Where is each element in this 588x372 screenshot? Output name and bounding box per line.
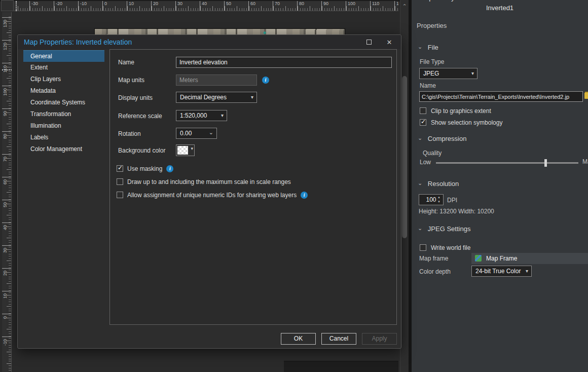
ruler-tick: 120	[2, 40, 12, 63]
map-units-input	[176, 75, 257, 86]
map-frame-label: Map frame	[419, 255, 448, 262]
ruler-tick: 130	[2, 17, 12, 40]
info-icon[interactable]	[262, 77, 269, 84]
map-frame-dropdown[interactable]: Map Frame	[471, 253, 588, 264]
dialog-titlebar: Map Properties: Inverted elevation ✕	[18, 35, 401, 49]
dpi-unit-label: DPI	[447, 197, 457, 204]
ruler-tick: 90	[321, 1, 346, 11]
ruler-tick: 70	[2, 154, 12, 177]
background-color-picker[interactable]	[176, 144, 195, 156]
dialog-title: Map Properties: Inverted elevation	[24, 38, 132, 46]
ruler-tick: 10	[127, 1, 151, 11]
dialog-tab-metadata[interactable]: Metadata	[23, 85, 104, 97]
checkbox[interactable]	[420, 244, 426, 251]
color-depth-dropdown[interactable]: 24-bit True Color	[471, 266, 532, 277]
resolution-section-header[interactable]: Resolution	[418, 180, 459, 188]
spinner-arrows-icon[interactable]: ▴▾	[436, 195, 442, 205]
map-frame-value: Map Frame	[486, 255, 517, 262]
ok-button[interactable]: OK	[281, 333, 316, 345]
close-button[interactable]: ✕	[382, 38, 397, 48]
pane-title-text: Export Layout	[412, 0, 588, 2]
write-world-file-row[interactable]: Write world file	[420, 243, 474, 251]
map-properties-dialog: Map Properties: Inverted elevation ✕ Gen…	[17, 34, 401, 349]
checkbox-label: Allow assignment of unique numeric IDs f…	[127, 192, 297, 199]
dialog-tab-labels[interactable]: Labels	[23, 132, 104, 143]
dialog-checkbox-row[interactable]: Draw up to and including the maximum sca…	[117, 177, 295, 185]
color-depth-value: 24-bit True Color	[475, 268, 521, 275]
dialog-tab-extent[interactable]: Extent	[23, 62, 104, 73]
quality-slider[interactable]	[436, 162, 578, 164]
file-type-value: JPEG	[423, 70, 439, 77]
quality-min-label: Low	[420, 159, 431, 166]
checkbox[interactable]	[117, 165, 123, 172]
dialog-tab-color-management[interactable]: Color Management	[23, 143, 104, 155]
checkbox-label: Clip to graphics extent	[431, 107, 491, 115]
scrollbar-thumb[interactable]	[402, 76, 407, 238]
page-edge	[284, 361, 398, 372]
cancel-button[interactable]: Cancel	[321, 333, 356, 345]
output-path-input[interactable]	[419, 91, 583, 102]
browse-folder-icon[interactable]	[584, 93, 588, 99]
dialog-tab-transformation[interactable]: Transformation	[23, 108, 104, 120]
properties-label: Properties	[417, 22, 447, 29]
compression-section-header[interactable]: Compression	[418, 135, 466, 142]
ruler-tick: 110	[370, 1, 394, 11]
dialog-tab-general[interactable]: General	[23, 50, 104, 62]
map-name-input[interactable]	[176, 57, 392, 68]
ruler-tick: 20	[2, 268, 12, 291]
ruler-tick: 50	[224, 1, 248, 11]
ruler-tick: 10	[2, 291, 12, 314]
horizontal-ruler: -30-20-100102030405060708090100110120	[14, 1, 398, 11]
ruler-tick: -10	[78, 1, 102, 11]
selection-symbology-row[interactable]: Show selection symbology	[420, 118, 506, 126]
file-name-label: Name	[420, 82, 436, 89]
checkbox[interactable]	[117, 192, 123, 198]
jpeg-settings-section-header[interactable]: JPEG Settings	[418, 225, 470, 233]
general-panel: Name Map units Display units Decimal Deg…	[109, 49, 397, 325]
ruler-tick: -20	[54, 1, 78, 11]
quality-slider-handle[interactable]	[544, 159, 547, 167]
vertical-ruler: 1301201101009080706050403020100-10	[2, 12, 12, 372]
dialog-checkbox-row[interactable]: Allow assignment of unique numeric IDs f…	[117, 190, 308, 198]
ruler-tick: 0	[2, 314, 12, 337]
file-header-text: File	[428, 44, 438, 51]
export-pane: Export Layout Inverted1 Properties File …	[412, 0, 588, 372]
map-units-label: Map units	[118, 77, 144, 84]
ruler-tick: 70	[273, 1, 297, 11]
rotation-combobox[interactable]: 0.00	[176, 128, 217, 139]
ruler-tick: 60	[248, 1, 273, 11]
ruler-tick: 80	[2, 131, 12, 154]
close-icon: ✕	[387, 39, 392, 46]
maximize-button[interactable]	[361, 38, 377, 48]
ruler-tick: 40	[2, 222, 12, 245]
dpi-spinner[interactable]: 100 ▴▾	[419, 194, 444, 205]
reference-scale-dropdown[interactable]: 1:520,000	[176, 110, 227, 121]
ruler-tick: 80	[297, 1, 321, 11]
document-name: Inverted1	[412, 4, 588, 12]
checkbox[interactable]	[420, 119, 426, 126]
dpi-value: 100	[426, 196, 436, 203]
checkbox[interactable]	[117, 178, 123, 185]
background-color-label: Background color	[118, 147, 165, 154]
display-units-dropdown[interactable]: Decimal Degrees	[176, 92, 257, 103]
scroll-up-arrow-icon[interactable]: ⌃	[400, 3, 409, 11]
dialog-checkbox-row[interactable]: Use masking	[117, 164, 173, 172]
export-dimensions: Height: 13200 Width: 10200	[419, 208, 494, 215]
info-icon[interactable]	[301, 192, 308, 199]
file-section-header[interactable]: File	[418, 44, 438, 51]
ruler-tick: 90	[2, 108, 12, 131]
dialog-tab-clip-layers[interactable]: Clip Layers	[23, 73, 104, 85]
clip-graphics-row[interactable]: Clip to graphics extent	[420, 106, 495, 114]
info-icon[interactable]	[166, 165, 173, 172]
jpeg-header-text: JPEG Settings	[428, 225, 471, 233]
dialog-tab-list: GeneralExtentClip LayersMetadataCoordina…	[23, 50, 104, 155]
ruler-tick: 30	[2, 245, 12, 268]
ruler-tick: 50	[2, 200, 12, 222]
resolution-header-text: Resolution	[428, 180, 459, 188]
quality-label: Quality	[423, 150, 442, 157]
checkbox[interactable]	[420, 107, 426, 114]
file-type-dropdown[interactable]: JPEG	[419, 68, 477, 79]
dialog-tab-coordinate-systems[interactable]: Coordinate Systems	[23, 97, 104, 108]
dialog-tab-illumination[interactable]: Illumination	[23, 120, 104, 132]
ruler-tick: 110	[2, 63, 12, 86]
